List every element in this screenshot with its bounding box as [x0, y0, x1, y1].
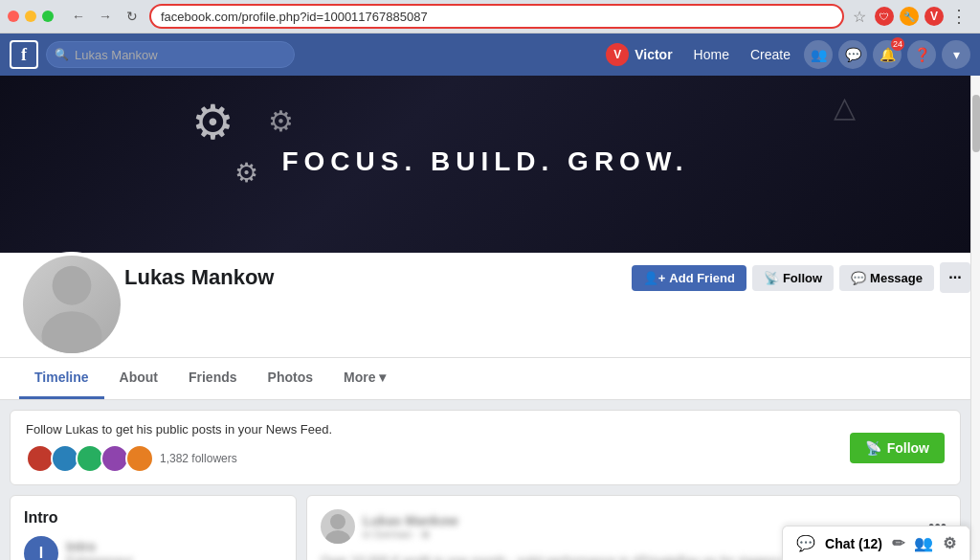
follow-banner: Follow Lukas to get his public posts in …: [10, 410, 961, 485]
nav-create[interactable]: Create: [743, 43, 798, 66]
triangle-decoration: △: [834, 90, 856, 123]
browser-icons-right: ☆ 🛡 🔧 V ⋮: [850, 7, 969, 26]
reload-button[interactable]: ↻: [121, 5, 144, 28]
nav-username: Victor: [635, 47, 672, 62]
scrollbar[interactable]: [970, 76, 980, 560]
search-input[interactable]: [75, 48, 247, 62]
chat-people-icon[interactable]: 👥: [914, 534, 933, 552]
tab-more[interactable]: More ▾: [328, 358, 401, 399]
svg-point-0: [53, 266, 92, 305]
address-bar[interactable]: facebook.com/profile.php?id=100011767885…: [149, 4, 844, 29]
svg-point-3: [325, 530, 350, 544]
ext2-icon[interactable]: 🔧: [900, 7, 919, 26]
url-text: facebook.com/profile.php?id=100011767885…: [161, 10, 428, 24]
chat-bar-icons: ✏ 👥 ⚙: [892, 534, 956, 552]
tab-timeline-label: Timeline: [34, 370, 89, 385]
add-friend-icon: 👤+: [643, 271, 666, 285]
profile-actions: 👤+ Add Friend 📡 Follow 💬 Message ···: [632, 262, 970, 293]
scrollbar-thumb[interactable]: [972, 95, 980, 152]
message-icon: 💬: [851, 271, 866, 285]
followers-count: 1,382 followers: [160, 452, 237, 465]
nav-avatar: V: [606, 43, 629, 66]
chevron-down-icon: ▾: [379, 370, 386, 385]
intro-header: I Intro Entrepreneur: [24, 536, 282, 560]
follow-avatars: [26, 444, 154, 473]
intro-subtitle: Entrepreneur: [66, 554, 133, 560]
facebook-logo[interactable]: f: [10, 40, 38, 69]
search-icon: 🔍: [55, 48, 69, 61]
tab-about-label: About: [120, 370, 158, 385]
main-content: ⚙ ⚙ ⚙ △ FOCUS. BUILD. GROW. Lukas Mankow: [0, 76, 980, 560]
browser-addressbar-wrap: facebook.com/profile.php?id=100011767885…: [149, 4, 844, 29]
fb-content: ⚙ ⚙ ⚙ △ FOCUS. BUILD. GROW. Lukas Mankow: [0, 76, 970, 560]
nav-home[interactable]: Home: [686, 43, 737, 66]
follow-banner-text: Follow Lukas to get his public posts in …: [26, 422, 332, 437]
chat-settings-icon[interactable]: ⚙: [943, 534, 956, 552]
ext1-icon[interactable]: 🛡: [875, 7, 894, 26]
cover-tagline: FOCUS. BUILD. GROW.: [281, 146, 688, 176]
rss-icon: 📡: [764, 271, 779, 285]
browser-menu-icon[interactable]: ⋮: [949, 7, 969, 26]
nav-messenger-icon[interactable]: 💬: [838, 40, 867, 69]
follower-avatar-5: [125, 444, 154, 473]
chat-bar[interactable]: 💬 Chat (12) ✏ 👥 ⚙: [782, 526, 970, 560]
nav-notifications-icon[interactable]: 🔔 24: [873, 40, 902, 69]
browser-btn-yellow[interactable]: [25, 11, 36, 22]
nav-people-icon[interactable]: 👥: [804, 40, 833, 69]
profile-name: Lukas Mankow: [124, 265, 274, 290]
post-avatar: [321, 509, 355, 544]
nav-help-icon[interactable]: ❓: [907, 40, 936, 69]
tab-friends[interactable]: Friends: [173, 358, 253, 399]
user-avatar-icon[interactable]: V: [924, 7, 944, 26]
more-button[interactable]: ···: [940, 262, 970, 293]
gear-icon-large: ⚙: [191, 95, 234, 150]
post-author-name: Lukas Mankow: [363, 513, 458, 528]
post-user: Lukas Mankow in German · ⊕: [321, 509, 458, 544]
browser-titlebar: ← → ↻ facebook.com/profile.php?id=100011…: [0, 0, 980, 33]
intro-avatar: I: [24, 536, 58, 560]
message-button[interactable]: 💬 Message: [839, 265, 934, 291]
facebook-nav: V Victor Home Create 👥 💬 🔔 24 ❓ ▾: [295, 39, 970, 70]
intro-title: Intro: [24, 509, 282, 526]
tab-friends-label: Friends: [189, 370, 237, 385]
message-label: Message: [870, 271, 923, 285]
avatar-placeholder: [23, 256, 121, 353]
intro-name: Intro: [66, 539, 133, 554]
facebook-search[interactable]: 🔍: [46, 41, 295, 68]
follow-banner-rss-icon: 📡: [865, 440, 881, 456]
nav-user[interactable]: V Victor: [598, 39, 679, 70]
chat-icon: 💬: [796, 534, 815, 552]
profile-info-bar: Lukas Mankow 👤+ Add Friend 📡 Follow 💬 Me…: [0, 253, 970, 358]
tab-photos-label: Photos: [268, 370, 313, 385]
profile-cover: ⚙ ⚙ ⚙ △ FOCUS. BUILD. GROW.: [0, 76, 970, 253]
gear-icon-medium: ⚙: [268, 104, 294, 138]
tab-about[interactable]: About: [104, 358, 173, 399]
tab-photos[interactable]: Photos: [253, 358, 328, 399]
facebook-header: f 🔍 V Victor Home Create 👥 💬 🔔 24 ❓ ▾: [0, 34, 980, 76]
tab-timeline[interactable]: Timeline: [19, 358, 104, 399]
tab-more-label: More: [344, 370, 375, 385]
add-friend-label: Add Friend: [669, 271, 735, 285]
notification-badge: 24: [891, 37, 904, 51]
follow-banner-button[interactable]: 📡 Follow: [850, 433, 945, 463]
intro-card: Intro I Intro Entrepreneur Unternehmer, …: [10, 495, 297, 560]
follow-banner-left: Follow Lukas to get his public posts in …: [26, 422, 332, 473]
add-friend-button[interactable]: 👤+ Add Friend: [632, 265, 746, 291]
browser-btn-red[interactable]: [8, 11, 19, 22]
svg-point-2: [330, 514, 345, 529]
profile-tabs: Timeline About Friends Photos More ▾: [0, 358, 970, 400]
forward-button[interactable]: →: [94, 5, 117, 28]
chat-edit-icon[interactable]: ✏: [892, 534, 904, 552]
browser-nav: ← → ↻: [67, 5, 144, 28]
browser-btn-green[interactable]: [42, 11, 54, 22]
svg-point-1: [41, 311, 101, 353]
nav-chevron-icon[interactable]: ▾: [942, 40, 970, 69]
follow-banner-label: Follow: [887, 440, 929, 456]
browser-chrome: ← → ↻ facebook.com/profile.php?id=100011…: [0, 0, 980, 34]
follow-button[interactable]: 📡 Follow: [752, 265, 834, 291]
chat-label: Chat (12): [825, 536, 882, 551]
post-author-meta: in German · ⊕: [363, 528, 458, 541]
back-button[interactable]: ←: [67, 5, 90, 28]
follow-avatars-row: 1,382 followers: [26, 444, 332, 473]
bookmark-icon[interactable]: ☆: [850, 7, 869, 26]
